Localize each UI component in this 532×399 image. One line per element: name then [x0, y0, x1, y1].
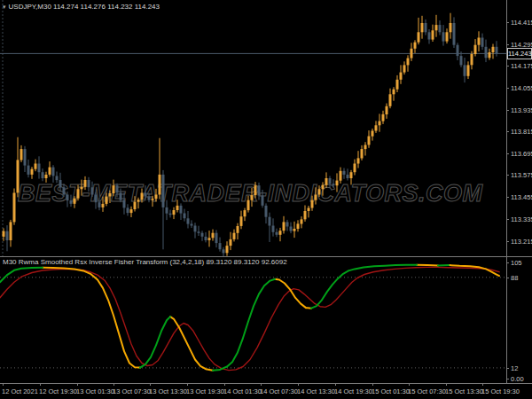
price-axis-tick: [506, 66, 509, 66]
indicator-axis-tick: [506, 379, 509, 379]
price-axis-tick: [506, 131, 509, 132]
price-axis-tick: [506, 241, 509, 242]
time-axis-label: 15 Oct 07:30: [408, 387, 446, 395]
time-axis-tick: [446, 383, 447, 386]
indicator-scale-label: 88: [511, 274, 518, 282]
time-axis-label: 15 Oct 13:30: [445, 387, 483, 395]
time-axis-label: 13 Oct 07:30: [113, 387, 151, 395]
candlestick-svg: [0, 0, 506, 256]
time-axis-tick: [77, 383, 78, 386]
price-axis-tick: [506, 44, 509, 45]
time-axis-label: 15 Oct 19:30: [481, 387, 520, 395]
indicator-panel[interactable]: [0, 257, 506, 383]
time-axis-tick: [409, 383, 410, 386]
time-axis-tick: [335, 383, 336, 386]
chart-title: USDJPY,M30 114.274 114.276 114.232 114.2…: [9, 3, 160, 11]
time-axis-label: 14 Oct 01:30: [223, 387, 262, 395]
price-axis-label: 113.455: [511, 193, 532, 201]
price-axis-tick: [506, 110, 509, 111]
chart-window: BEST-METATRADER-INDICATORS.COM ▾USDJPY,M…: [0, 0, 532, 399]
price-axis-label: 113.575: [511, 171, 532, 179]
price-axis-label: 113.215: [511, 238, 532, 246]
price-axis-tick: [506, 153, 509, 154]
time-axis-label: 15 Oct 01:30: [372, 387, 410, 395]
main-chart-panel[interactable]: BEST-METATRADER-INDICATORS.COM ▾USDJPY,M…: [0, 0, 506, 256]
candles: [3, 13, 498, 256]
time-axis-label: 14 Oct 13:30: [297, 387, 335, 395]
price-axis-label: 114.055: [511, 84, 532, 92]
time-axis-tick: [150, 383, 151, 386]
price-axis-tick: [506, 197, 509, 198]
time-axis-tick: [261, 383, 262, 386]
chart-header: ▾USDJPY,M30 114.274 114.276 114.232 114.…: [3, 3, 160, 11]
time-axis-label: 14 Oct 07:30: [260, 387, 298, 395]
price-axis-label: 114.415: [511, 19, 532, 27]
indicator-axis-tick: [506, 262, 509, 263]
time-axis-tick: [3, 383, 4, 386]
time-axis-tick: [224, 383, 225, 386]
indicator-axis-tick: [506, 368, 509, 369]
time-axis-tick: [113, 383, 114, 386]
price-axis-tick: [506, 219, 509, 220]
price-axis-label: 113.695: [511, 150, 532, 158]
current-price-tag: 114.243: [507, 48, 532, 59]
time-axis-label: 14 Oct 19:30: [334, 387, 372, 395]
time-axis-label: 12 Oct 2021: [2, 387, 38, 395]
indicator-axis-tick: [506, 278, 509, 278]
time-axis-tick: [187, 383, 188, 386]
time-axis-label: 12 Oct 19:30: [39, 387, 77, 395]
price-axis-label: 113.815: [511, 128, 532, 136]
indicator-scale-label: 12: [511, 364, 518, 372]
time-axis-tick: [298, 383, 299, 386]
price-axis-tick: [506, 22, 509, 23]
indicator-scale-label: 105: [511, 259, 522, 267]
price-axis-tick: [506, 175, 509, 176]
indicator-svg: [0, 257, 506, 383]
time-axis-tick: [40, 383, 41, 386]
price-axis-tick: [506, 88, 509, 89]
price-axis-label: 114.175: [511, 62, 532, 70]
time-axis-label: 13 Oct 01:30: [76, 387, 114, 395]
time-axis-label: 13 Oct 13:30: [149, 387, 187, 395]
symbol-marker-icon: ▾: [3, 4, 6, 10]
indicator-scale-label: 0.00: [511, 375, 524, 383]
indicator-header: M30 Rwma Smoothed Rsx Inverse Fisher Tra…: [3, 258, 287, 266]
price-axis-label: 113.335: [511, 215, 532, 223]
time-axis[interactable]: 12 Oct 202112 Oct 19:3013 Oct 01:3013 Oc…: [0, 383, 532, 399]
time-axis-tick: [482, 383, 483, 386]
time-axis-label: 13 Oct 19:30: [186, 387, 224, 395]
price-axis-label: 113.935: [511, 106, 532, 114]
time-axis-tick: [372, 383, 373, 386]
